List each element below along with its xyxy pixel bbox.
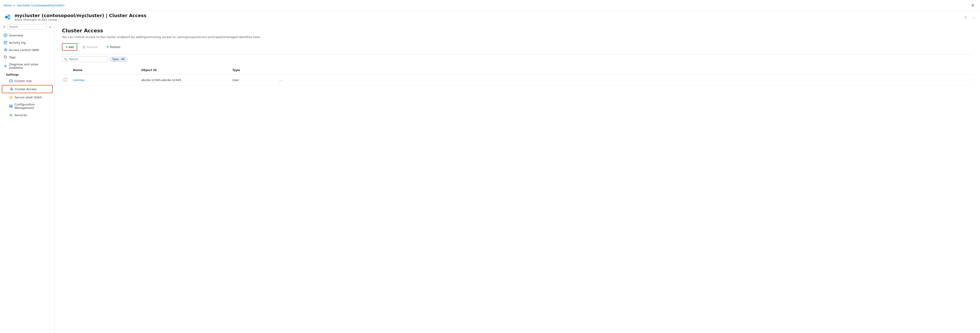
sidebar-item-cluster-size-label: Cluster size xyxy=(14,79,32,83)
sidebar-item-config-mgmt[interactable]: Configuration Management xyxy=(0,101,54,112)
breadcrumb-sep: > xyxy=(13,4,15,7)
remove-button-label: Remove xyxy=(86,45,97,49)
col-object-id: Object ID xyxy=(139,67,231,73)
sidebar-item-cluster-access-label: Cluster Access xyxy=(15,88,37,91)
sidebar-collapse-button[interactable]: » xyxy=(48,25,52,29)
sidebar-item-access-control[interactable]: Access control (IAM) xyxy=(0,46,54,54)
svg-rect-13 xyxy=(5,42,6,42)
sidebar-item-activity-log-label: Activity log xyxy=(9,41,26,45)
svg-point-16 xyxy=(5,48,6,50)
sidebar-item-ssh-label: Secure shell (SSH) xyxy=(14,96,42,99)
close-button[interactable]: ✕ xyxy=(969,2,976,9)
header-actions: ☆ … xyxy=(963,14,976,20)
cluster-access-icon xyxy=(10,87,13,91)
resource-title-group: mycluster (contosopool/mycluster) | Clus… xyxy=(14,13,961,21)
svg-point-3 xyxy=(8,18,10,19)
resource-title: mycluster (contosopool/mycluster) | Clus… xyxy=(14,13,961,18)
svg-point-7 xyxy=(5,35,6,36)
svg-point-28 xyxy=(12,89,13,91)
resource-header: mycluster (contosopool/mycluster) | Clus… xyxy=(0,11,980,22)
sidebar-item-access-control-label: Access control (IAM) xyxy=(9,48,39,52)
breadcrumb: Home > mycluster (contosopool/mycluster) xyxy=(4,4,969,7)
refresh-icon: ↻ xyxy=(107,45,109,49)
sidebar-pin-button[interactable]: ⇵ xyxy=(3,25,6,29)
sidebar-search-input[interactable] xyxy=(7,24,47,30)
svg-rect-15 xyxy=(5,43,6,43)
more-button[interactable]: … xyxy=(971,14,976,20)
filter-bar: 🔍 Type : All xyxy=(62,56,973,62)
svg-point-35 xyxy=(10,115,11,116)
sidebar-item-overview-label: Overview xyxy=(9,34,23,37)
refresh-button-label: Refresh xyxy=(110,45,121,49)
row-type: User xyxy=(231,77,276,83)
svg-point-27 xyxy=(11,88,12,89)
row-more-options-cell: … xyxy=(276,76,290,83)
add-button[interactable]: + Add xyxy=(62,43,77,51)
settings-section-chevron[interactable]: ˅ xyxy=(4,73,5,76)
add-button-label: Add xyxy=(68,45,73,49)
row-object-id: abcde-12345-abcde-12345 xyxy=(139,77,231,83)
svg-rect-33 xyxy=(11,105,12,106)
sidebar-search-container: ⇵ » xyxy=(0,22,54,32)
sidebar-item-cluster-access[interactable]: Cluster Access xyxy=(2,85,52,93)
remove-icon: 🗑 xyxy=(83,45,86,49)
table-row: contoso abcde-12345-abcde-12345 User … xyxy=(62,75,973,85)
svg-point-19 xyxy=(5,56,5,57)
sidebar-item-services-label: Services xyxy=(14,113,27,117)
col-actions xyxy=(276,67,290,73)
row-checkbox-cell xyxy=(62,77,71,83)
toolbar-divider xyxy=(62,54,973,54)
sidebar-item-activity-log[interactable]: Activity log xyxy=(0,39,54,46)
sidebar-item-tags[interactable]: Tags xyxy=(0,54,54,61)
main-layout: ⇵ » Overview xyxy=(0,22,980,333)
add-icon: + xyxy=(65,45,67,49)
svg-rect-32 xyxy=(10,105,11,106)
content-area: Cluster Access You can control access to… xyxy=(55,22,980,333)
col-type: Type xyxy=(231,67,276,73)
overview-icon xyxy=(4,33,7,37)
diagnose-icon xyxy=(4,64,7,68)
resource-icon xyxy=(4,13,12,21)
row-checkbox[interactable] xyxy=(64,78,67,81)
toolbar: + Add 🗑 Remove ↻ Refresh xyxy=(62,43,973,51)
type-filter-pill[interactable]: Type : All xyxy=(109,57,127,62)
refresh-button[interactable]: ↻ Refresh xyxy=(103,43,124,50)
breadcrumb-current: mycluster (contosopool/mycluster) xyxy=(17,4,64,7)
sidebar-item-cluster-size[interactable]: Cluster size xyxy=(0,77,54,84)
page-description: You can control access to the cluster en… xyxy=(62,35,267,39)
settings-section-label: Settings xyxy=(6,73,19,76)
col-name: Name xyxy=(71,67,139,73)
remove-button[interactable]: 🗑 Remove xyxy=(79,43,101,50)
breadcrumb-home[interactable]: Home xyxy=(4,4,12,7)
sidebar-item-diagnose-label: Diagnose and solve problems xyxy=(9,63,51,70)
resource-subtitle: Azure HDInsight on AKS cluster xyxy=(14,18,961,21)
page-title: Cluster Access xyxy=(62,28,973,33)
svg-point-36 xyxy=(11,115,12,116)
sidebar-item-ssh[interactable]: Secure shell (SSH) xyxy=(0,94,54,101)
sidebar-item-tags-label: Tags xyxy=(9,56,16,59)
table: Name Object ID Type contoso abcde-12345-… xyxy=(62,65,973,85)
search-input[interactable] xyxy=(69,57,105,61)
sidebar-item-diagnose[interactable]: Diagnose and solve problems xyxy=(0,61,54,71)
table-header: Name Object ID Type xyxy=(62,65,973,75)
svg-rect-34 xyxy=(10,107,12,107)
cluster-size-icon xyxy=(9,79,13,83)
svg-point-1 xyxy=(5,16,8,18)
svg-point-37 xyxy=(10,114,12,115)
tags-icon xyxy=(4,55,7,59)
col-checkbox xyxy=(62,67,71,73)
favorite-button[interactable]: ☆ xyxy=(963,14,968,20)
config-icon xyxy=(9,104,13,108)
sidebar-item-config-mgmt-label: Configuration Management xyxy=(14,103,51,110)
svg-point-2 xyxy=(8,15,10,17)
row-name[interactable]: contoso xyxy=(71,77,139,83)
sidebar-item-services[interactable]: Services xyxy=(0,112,54,119)
row-more-options-button[interactable]: … xyxy=(278,77,284,83)
sidebar-section-settings: ˅ Settings xyxy=(0,71,54,77)
svg-rect-14 xyxy=(5,42,6,43)
sidebar-item-overview[interactable]: Overview xyxy=(0,32,54,39)
search-icon: 🔍 xyxy=(64,57,67,61)
ssh-icon xyxy=(9,96,13,99)
sidebar: ⇵ » Overview xyxy=(0,22,55,333)
svg-point-30 xyxy=(11,98,11,98)
